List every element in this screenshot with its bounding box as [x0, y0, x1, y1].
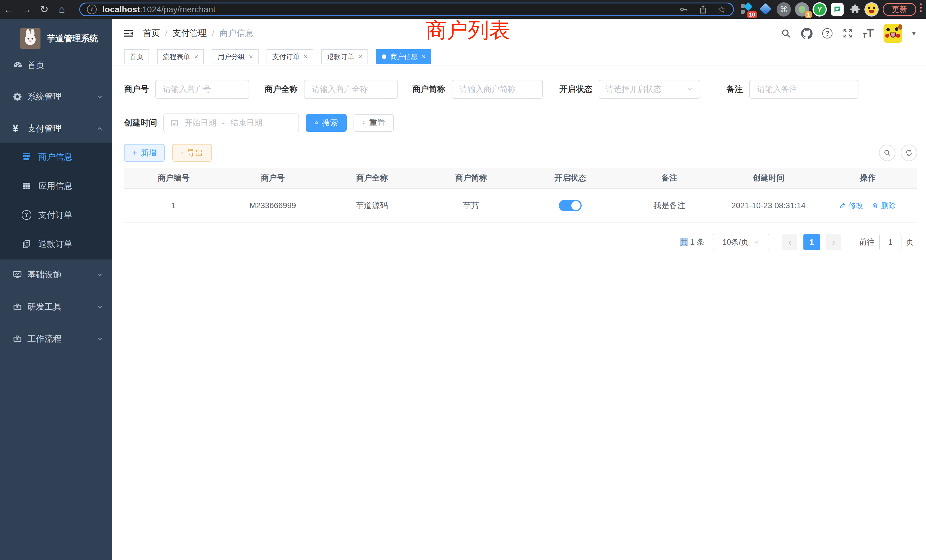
breadcrumb-section[interactable]: 支付管理	[172, 27, 207, 39]
avatar-caret-icon[interactable]: ▾	[912, 29, 916, 38]
close-icon[interactable]: ×	[422, 53, 426, 61]
goto-page-input[interactable]	[879, 234, 902, 250]
sidebar-logo-row[interactable]: 芋道管理系统	[0, 23, 112, 54]
sidebar-item-system[interactable]: 系统管理	[0, 82, 112, 111]
extension-gem-icon[interactable]	[759, 2, 773, 17]
bookmark-star-icon[interactable]: ☆	[717, 4, 726, 15]
tab-label: 商户信息	[390, 52, 418, 61]
tab-label: 流程表单	[163, 52, 190, 61]
extensions-puzzle-icon[interactable]	[848, 2, 862, 17]
help-icon[interactable]: ?	[822, 28, 832, 38]
add-button[interactable]: + 新增	[124, 144, 165, 162]
tab-home[interactable]: 首页	[124, 49, 149, 64]
user-avatar[interactable]	[884, 24, 902, 43]
logo-image	[20, 28, 41, 49]
status-select[interactable]: 请选择开启状态	[599, 80, 700, 98]
full-name-input[interactable]	[304, 80, 398, 98]
site-info-icon[interactable]: i	[87, 5, 97, 14]
export-button[interactable]: 导出	[172, 144, 212, 162]
merchant-no-input[interactable]	[155, 80, 249, 98]
close-icon[interactable]: ×	[249, 53, 253, 61]
browser-back-button[interactable]: ←	[0, 3, 18, 15]
breadcrumb-current: 商户信息	[219, 27, 254, 39]
github-icon[interactable]	[801, 28, 813, 39]
col-header: 开启状态	[520, 168, 620, 188]
fullscreen-icon[interactable]	[842, 28, 853, 39]
page-size-select[interactable]: 10条/页	[713, 234, 769, 250]
table-header: 商户编号 商户号 商户全称 商户简称 开启状态 备注 创建时间 操作	[124, 168, 917, 189]
download-icon	[181, 149, 184, 157]
short-name-input[interactable]	[452, 80, 543, 98]
breadcrumb: 首页 / 支付管理 / 商户信息	[143, 27, 254, 39]
search-button[interactable]: 搜索	[306, 114, 346, 132]
sidebar-item-dev-tools[interactable]: 研发工具	[0, 292, 112, 321]
remark-input[interactable]	[749, 80, 858, 98]
sidebar-item-label: 研发工具	[27, 301, 62, 313]
font-size-icon[interactable]: TT	[863, 27, 874, 39]
sidebar-item-pay-order[interactable]: ¥ 支付订单	[0, 201, 112, 229]
table-search-toggle-button[interactable]	[879, 145, 896, 161]
profile-emoji-avatar[interactable]	[864, 2, 879, 17]
extension-tabs-icon[interactable]: 10	[740, 2, 754, 17]
chevron-down-icon	[96, 335, 103, 342]
status-toggle[interactable]	[559, 200, 582, 211]
chevron-down-icon	[96, 271, 103, 278]
refresh-icon	[362, 119, 366, 127]
table-row: 1 M233666999 芋道源码 芋艿 我是备注 2021-10-23 08:…	[124, 189, 917, 223]
page-content: 商户号 商户全称 商户简称 开启状态 请选择开启状态 备注 创建时间 开始日期 …	[112, 66, 926, 250]
cell-full-name: 芋道源码	[322, 189, 422, 222]
sidebar-item-app-info[interactable]: 应用信息	[0, 172, 112, 200]
tags-view-bar: 首页 流程表单× 用户分组× 支付订单× 退款订单× 商户信息×	[112, 48, 926, 66]
extension-chat-icon[interactable]	[830, 2, 844, 17]
browser-menu-icon[interactable]	[920, 3, 922, 12]
url-path: :1024/pay/merchant	[140, 5, 216, 14]
tab-user-group[interactable]: 用户分组×	[212, 49, 259, 64]
cell-id: 1	[124, 189, 223, 222]
edit-button[interactable]: 修改	[839, 201, 863, 211]
browser-update-button[interactable]: 更新	[883, 3, 916, 16]
sidebar-item-infra[interactable]: 基础设施	[0, 260, 112, 289]
create-time-range-picker[interactable]: 开始日期 - 结束日期	[163, 114, 299, 132]
chevron-down-icon	[96, 93, 103, 100]
browser-home-button[interactable]: ⌂	[53, 3, 71, 15]
briefcase-icon	[12, 334, 25, 344]
header-search-icon[interactable]	[781, 28, 791, 39]
sidebar-collapse-icon[interactable]	[123, 28, 134, 39]
tab-refund-order[interactable]: 退款订单×	[321, 49, 368, 64]
close-icon[interactable]: ×	[304, 53, 308, 61]
sidebar-item-home[interactable]: 首页	[0, 51, 112, 80]
tab-merchant-info[interactable]: 商户信息×	[376, 49, 431, 64]
prev-page-button[interactable]: ‹	[782, 234, 797, 250]
browser-reload-button[interactable]: ↻	[35, 3, 53, 15]
delete-button[interactable]: 删除	[872, 201, 896, 211]
browser-forward-button[interactable]: →	[18, 3, 35, 15]
address-bar[interactable]: i localhost:1024/pay/merchant ☆	[79, 3, 734, 16]
close-icon[interactable]: ×	[359, 53, 362, 61]
filter-label: 开启状态	[559, 83, 592, 95]
filter-label: 创建时间	[124, 117, 157, 129]
sidebar-item-label: 首页	[27, 60, 44, 71]
sidebar-item-pay[interactable]: ¥ 支付管理	[0, 114, 112, 143]
table-refresh-button[interactable]	[900, 145, 917, 161]
app-title: 芋道管理系统	[47, 33, 98, 44]
monitor-chart-icon	[12, 270, 25, 279]
filter-row-2: 创建时间 开始日期 - 结束日期 搜索 重置	[124, 114, 917, 132]
sidebar-item-merchant-info[interactable]: 商户信息	[0, 142, 112, 171]
extension-command-icon[interactable]: ⌘	[776, 2, 791, 17]
tab-process-form[interactable]: 流程表单×	[157, 49, 204, 64]
password-key-icon[interactable]	[679, 5, 688, 14]
extension-y-icon[interactable]: Y	[813, 2, 827, 17]
tab-pay-order[interactable]: 支付订单×	[266, 49, 313, 64]
sidebar-item-workflow[interactable]: 工作流程	[0, 324, 112, 353]
start-date-placeholder: 开始日期	[185, 118, 216, 128]
merchant-table: 商户编号 商户号 商户全称 商户简称 开启状态 备注 创建时间 操作 1 M23…	[124, 168, 917, 223]
next-page-button[interactable]: ›	[826, 234, 841, 250]
breadcrumb-home[interactable]: 首页	[143, 27, 160, 39]
page-number-1[interactable]: 1	[803, 234, 820, 250]
reset-button[interactable]: 重置	[354, 114, 394, 132]
close-icon[interactable]: ×	[194, 53, 198, 61]
sidebar-item-refund-order[interactable]: 退款订单	[0, 230, 112, 258]
share-icon[interactable]	[698, 5, 708, 14]
extension-recorder-icon[interactable]: 1	[795, 2, 809, 17]
col-header: 商户简称	[421, 168, 520, 188]
